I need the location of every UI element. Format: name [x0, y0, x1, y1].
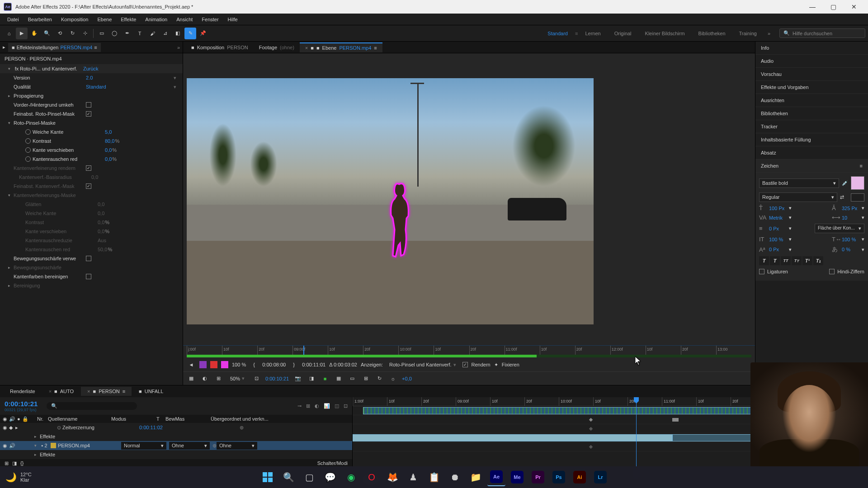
tl-snap-icon[interactable]: ⊡ — [344, 403, 348, 409]
font-size-value[interactable]: 100 Px — [769, 206, 787, 211]
taskbar-premiere[interactable]: Pr — [529, 468, 547, 486]
maximize-button[interactable]: ▢ — [823, 0, 844, 14]
menu-datei[interactable]: Datei — [3, 15, 24, 24]
roto-brush-tool[interactable]: ✎ — [184, 28, 196, 39]
rendern-checkbox[interactable] — [462, 362, 468, 367]
effect-property-row[interactable]: Vorder-/Hintergrund umkeh — [0, 100, 183, 109]
taskbar-explorer[interactable]: 📁 — [467, 468, 485, 486]
panel-effekte[interactable]: Effekte und Vorgaben — [755, 81, 868, 94]
effect-property-row[interactable]: QualitätStandard▾ — [0, 82, 183, 91]
display-mode-dropdown[interactable]: Roto-Pinsel und Kantenverf.▾ — [387, 361, 459, 369]
layer-2-prop-effects[interactable]: ▸ Effekte — [0, 450, 352, 459]
anchor-tool[interactable]: ⊹ — [79, 28, 91, 39]
baseline-value[interactable]: 0 Px — [769, 247, 787, 252]
effect-property-row[interactable]: Kontrast0,0% — [0, 218, 183, 227]
effect-property-row[interactable]: Glätten0,0 — [0, 200, 183, 209]
grid-icon[interactable]: ⊞ — [361, 374, 370, 383]
parent-pickwhip-icon[interactable]: ⊚ — [212, 443, 217, 449]
layer-1-prop-time[interactable]: ◉◆▸ ⊙ Zeitverzerrung 0:00:11:02 ⊚ — [0, 423, 352, 432]
superscript-button[interactable]: T¹ — [802, 256, 812, 265]
taskbar-search[interactable]: 🔍 — [279, 468, 297, 486]
zoom-dropdown[interactable]: 50%▾ — [227, 375, 247, 382]
effect-property-row[interactable]: Kantenverfeinerung rendern — [0, 164, 183, 173]
selection-tool[interactable]: ▶ — [16, 28, 28, 39]
toggle-modes-icon[interactable]: ◨ — [12, 460, 17, 466]
close-button[interactable]: ✕ — [844, 0, 864, 14]
freeze-icon[interactable]: ✦ — [494, 362, 498, 368]
guides-icon[interactable]: ⊞ — [214, 374, 223, 383]
stamp-tool[interactable]: ⊿ — [159, 28, 171, 39]
effect-property-row[interactable]: Kantenfarben bereinigen — [0, 272, 183, 281]
out-time[interactable]: 0:00:11:01 — [302, 362, 326, 367]
menu-fenster[interactable]: Fenster — [197, 15, 223, 24]
layer-audio-icon[interactable]: 🔊 — [9, 443, 15, 449]
workspace-original[interactable]: Original — [608, 28, 638, 39]
snapshot-icon[interactable]: 📷 — [293, 374, 302, 383]
stroke-width-value[interactable]: 0 Px — [769, 226, 787, 231]
eyedropper-icon[interactable]: 💉 — [842, 180, 848, 186]
layer-1-prop-effects[interactable]: ▸ Effekte — [0, 432, 352, 441]
hscale-value[interactable]: 100 % — [842, 237, 860, 242]
transparency-icon[interactable]: ▦ — [334, 374, 343, 383]
effect-property-row[interactable]: Bewegungsunschärfe verwe — [0, 254, 183, 263]
composition-viewer[interactable] — [183, 53, 755, 345]
eraser-tool[interactable]: ◧ — [172, 28, 184, 39]
keyframe-diamond[interactable] — [589, 445, 593, 449]
property-checkbox[interactable] — [86, 274, 91, 279]
effect-controls-tab[interactable]: ■ Effekteinstellungen PERSON.mp4 ≡ — [8, 43, 101, 52]
layer-color-chip[interactable] — [51, 443, 56, 448]
fixieren-label[interactable]: Fixieren — [502, 362, 519, 367]
alpha-toggle-icon[interactable]: ▦ — [187, 374, 196, 383]
tl-tab-person[interactable]: ×■PERSON≡ — [81, 387, 132, 396]
taskbar-media-encoder[interactable]: Me — [508, 468, 526, 486]
effect-property-row[interactable]: Feinabst. Roto-Pinsel-Mask — [0, 109, 183, 118]
italic-button[interactable]: T — [770, 256, 780, 265]
fx-badge-icon[interactable]: fx — [14, 66, 20, 71]
toggle-switches-icon[interactable]: ⊞ — [5, 460, 9, 466]
workspace-kleiner[interactable]: Kleiner Bildschirm — [639, 28, 691, 39]
menu-ansicht[interactable]: Ansicht — [172, 15, 197, 24]
mask-toggle-icon[interactable]: ◐ — [200, 374, 209, 383]
property-checkbox[interactable] — [86, 256, 91, 261]
exposure-icon[interactable]: ☼ — [388, 374, 397, 383]
effect-property-row[interactable]: Kantenrauschen red0,0% — [0, 155, 183, 164]
tl-tab-unfall[interactable]: ■UNFALL — [132, 387, 170, 396]
taskbar-illustrator[interactable]: Ai — [571, 468, 589, 486]
minimize-button[interactable]: — — [802, 0, 823, 14]
property-checkbox[interactable] — [86, 165, 91, 171]
menu-effekte[interactable]: Effekte — [116, 15, 141, 24]
taskbar-lightroom[interactable]: Lr — [591, 468, 609, 486]
effect-property-row[interactable]: Kantenverf.-Basisradius0,0 — [0, 173, 183, 182]
type-tool[interactable]: T — [134, 28, 146, 39]
out-bracket-icon[interactable]: } — [289, 360, 298, 369]
effect-name[interactable]: Roto-Pi... und Kantenverf. — [20, 66, 83, 71]
panel-menu-icon[interactable]: ≡ — [860, 163, 863, 169]
timeline-search[interactable]: 🔍 — [47, 402, 137, 410]
tl-draft3d-icon[interactable]: ◫ — [335, 403, 339, 409]
hand-tool[interactable]: ✋ — [28, 28, 40, 39]
stopwatch-icon[interactable] — [25, 138, 31, 144]
tl-graph-icon[interactable]: 📊 — [324, 403, 330, 409]
viewer-timecode[interactable]: 0:00:10:21 — [265, 376, 289, 381]
channel-icon[interactable]: ■ — [321, 374, 330, 383]
home-tool[interactable]: ⌂ — [3, 28, 15, 39]
region-icon[interactable]: ▭ — [348, 374, 357, 383]
panel-vorschau[interactable]: Vorschau — [755, 68, 868, 81]
help-search[interactable]: 🔍 Hilfe durchsuchen — [779, 28, 865, 38]
tracking-value[interactable]: 10 — [842, 215, 860, 221]
menu-ebene[interactable]: Ebene — [93, 15, 116, 24]
tab-footage[interactable]: Footage(ohne) — [254, 43, 300, 52]
taskbar-app1[interactable]: ♟ — [404, 468, 422, 486]
keyframe-bar[interactable] — [672, 418, 679, 422]
effect-property-row[interactable]: ▸Bereinigung — [0, 281, 183, 290]
workspace-standard[interactable]: Standard — [541, 28, 574, 39]
layer-2-clip[interactable] — [353, 434, 672, 441]
effect-property-row[interactable]: Kontrast80,0% — [0, 136, 183, 145]
taskbar-photoshop[interactable]: Ps — [550, 468, 568, 486]
toggle-brackets-icon[interactable]: {} — [20, 460, 24, 466]
zoom-tool[interactable]: 🔍 — [41, 28, 53, 39]
puppet-tool[interactable]: 📌 — [197, 28, 209, 39]
smallcaps-button[interactable]: Tᴛ — [792, 256, 802, 265]
alpha-percent[interactable]: 100 % — [232, 362, 246, 367]
allcaps-button[interactable]: TT — [781, 256, 791, 265]
